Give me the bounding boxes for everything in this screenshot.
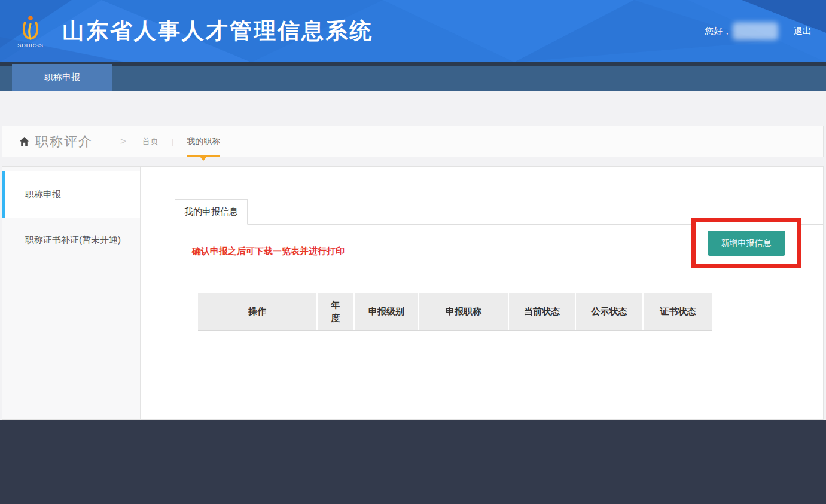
app-header: SDHRSS 山东省人事人才管理信息系统 您好， 退出 bbox=[0, 0, 826, 62]
spacer bbox=[0, 91, 826, 126]
active-crumb-marker bbox=[187, 155, 220, 157]
breadcrumb: 职称评介 > 首页 | 我的职称 bbox=[2, 126, 824, 157]
greeting-label: 您好， bbox=[705, 26, 731, 37]
table-header-row: 操作 年度 申报级别 申报职称 当前状态 公示状态 证书状态 bbox=[198, 293, 712, 331]
col-header-label: 证书状态 bbox=[660, 306, 696, 317]
content-pane: 我的申报信息 确认申报之后可下载一览表并进行打印 新增申报信息 操作 年度 申报… bbox=[141, 167, 823, 419]
page-footer bbox=[0, 420, 826, 504]
app-logo: SDHRSS bbox=[13, 14, 48, 48]
col-header-label: 公示状态 bbox=[592, 306, 627, 317]
sidebar-item-certificate-reissue[interactable]: 职称证书补证(暂未开通) bbox=[2, 218, 140, 262]
col-header-label: 申报级别 bbox=[368, 306, 404, 317]
section-title: 职称评介 bbox=[35, 133, 93, 151]
col-header-label: 年度 bbox=[330, 298, 341, 325]
home-icon bbox=[19, 136, 29, 146]
declarations-table: 操作 年度 申报级别 申报职称 当前状态 公示状态 证书状态 bbox=[198, 293, 712, 331]
logout-button[interactable]: 退出 bbox=[794, 26, 812, 37]
nav-tab-title-declaration[interactable]: 职称申报 bbox=[12, 64, 112, 91]
col-header-label: 当前状态 bbox=[524, 306, 560, 317]
spacer bbox=[0, 157, 826, 166]
col-header-operation: 操作 bbox=[198, 293, 318, 330]
col-header-publicity-status: 公示状态 bbox=[576, 293, 644, 330]
app-title: 山东省人事人才管理信息系统 bbox=[62, 16, 373, 46]
col-header-year: 年度 bbox=[318, 293, 355, 330]
main-area: 职称申报 职称证书补证(暂未开通) 我的申报信息 确认申报之后可下载一览表并进行… bbox=[2, 166, 824, 420]
notice-text: 确认申报之后可下载一览表并进行打印 bbox=[192, 246, 345, 257]
logo-text: SDHRSS bbox=[17, 42, 44, 48]
breadcrumb-home[interactable]: 首页 bbox=[142, 136, 159, 147]
top-navbar: 职称申报 bbox=[0, 62, 826, 91]
breadcrumb-separator: | bbox=[172, 137, 173, 146]
sidebar-item-label: 职称申报 bbox=[25, 189, 61, 200]
add-declaration-button[interactable]: 新增申报信息 bbox=[708, 231, 785, 256]
sidebar: 职称申报 职称证书补证(暂未开通) bbox=[2, 167, 141, 419]
tab-my-declaration-info[interactable]: 我的申报信息 bbox=[175, 199, 248, 225]
user-name-redacted bbox=[733, 22, 778, 40]
col-header-declared-title: 申报职称 bbox=[419, 293, 509, 330]
logo-icon bbox=[17, 14, 44, 42]
breadcrumb-my-titles-label: 我的职称 bbox=[187, 136, 220, 146]
col-header-label: 申报职称 bbox=[446, 306, 481, 317]
breadcrumb-my-titles[interactable]: 我的职称 bbox=[187, 136, 220, 147]
sidebar-item-label: 职称证书补证(暂未开通) bbox=[25, 234, 121, 246]
col-header-label: 操作 bbox=[248, 306, 266, 317]
chevron-right-icon: > bbox=[120, 136, 126, 148]
col-header-current-status: 当前状态 bbox=[509, 293, 576, 330]
highlight-annotation-box: 新增申报信息 bbox=[691, 218, 801, 268]
col-header-certificate-status: 证书状态 bbox=[644, 293, 712, 330]
sidebar-item-title-declaration[interactable]: 职称申报 bbox=[2, 171, 140, 218]
col-header-declared-level: 申报级别 bbox=[355, 293, 419, 330]
